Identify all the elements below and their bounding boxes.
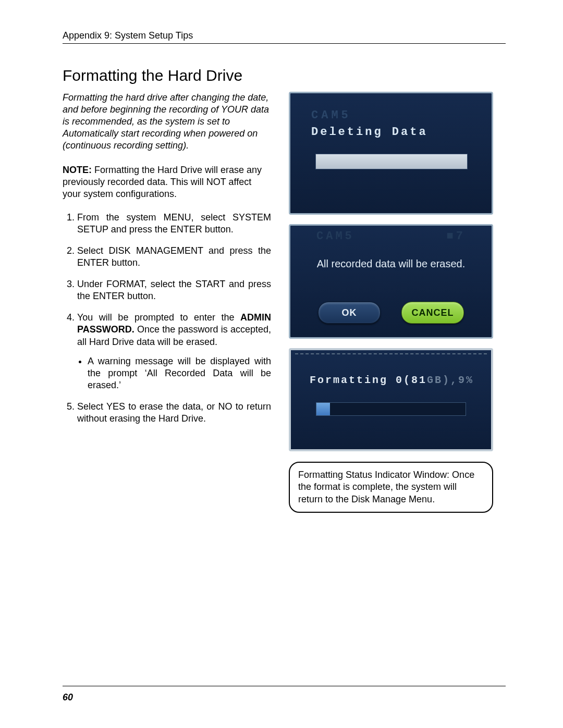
steps-list: From the system MENU, select SYSTEM SETU… — [63, 212, 271, 424]
step-2: Select DISK MANAGEMENT and press the ENT… — [77, 245, 271, 269]
screenshot-erase-confirm: CAM5 ■7 All recorded data will be erased… — [289, 224, 493, 339]
note-paragraph: NOTE: Formatting the Hard Drive will era… — [63, 164, 271, 200]
screenshot-formatting-progress: Formatting 0(81GB),9% — [289, 348, 493, 451]
note-prefix: NOTE: — [63, 165, 92, 175]
step-5: Select YES to erase the data, or NO to r… — [77, 401, 271, 425]
step-4-bullet-1: A warning message will be displayed with… — [88, 355, 271, 391]
deleting-data-label: Deleting Data — [311, 126, 428, 139]
page-header: Appendix 9: System Setup Tips — [63, 30, 506, 41]
page-number: 60 — [63, 692, 73, 703]
erase-warning-text: All recorded data will be erased. — [290, 258, 492, 270]
confirm-button-row: OK CANCEL — [290, 302, 492, 324]
cam-ghost-left: CAM5 — [316, 230, 354, 243]
section-title: Formatting the Hard Drive — [63, 67, 506, 84]
ok-button[interactable]: OK — [318, 302, 381, 324]
note-body: Formatting the Hard Drive will erase any… — [63, 165, 262, 199]
step-1: From the system MENU, select SYSTEM SETU… — [77, 212, 271, 236]
cam-ghost-right: ■7 — [447, 230, 466, 243]
formatting-label: Formatting 0(81GB),9% — [310, 374, 474, 386]
footer-rule — [63, 686, 506, 686]
step-4-bullets: A warning message will be displayed with… — [77, 355, 271, 391]
screenshot-column: CAM5 Deleting Data CAM5 ■7 All recorded … — [289, 92, 493, 513]
dotted-line-icon — [295, 353, 487, 356]
intro-paragraph: Formatting the hard drive after changing… — [63, 92, 271, 152]
cam-ghost-row: CAM5 ■7 — [290, 230, 492, 243]
formatting-label-faded: GB),9% — [427, 374, 474, 386]
cam-ghost-label: CAM5 — [311, 109, 351, 122]
step-3: Under FORMAT, select the START and press… — [77, 278, 271, 302]
deleting-progress-bar — [315, 154, 468, 169]
step-4: You will be prompted to enter the ADMIN … — [77, 312, 271, 391]
formatting-label-main: Formatting 0(81 — [310, 374, 427, 386]
text-column: Formatting the hard drive after changing… — [63, 92, 271, 513]
page: Appendix 9: System Setup Tips Formatting… — [0, 0, 563, 728]
screenshot-deleting-data: CAM5 Deleting Data — [289, 92, 493, 215]
header-rule — [63, 43, 506, 44]
step-4-part-a: You will be prompted to enter the — [77, 312, 240, 323]
cancel-button[interactable]: CANCEL — [401, 302, 464, 324]
callout-bubble: Formatting Status Indicator Window: Once… — [289, 462, 493, 513]
formatting-progress-bar — [316, 402, 466, 416]
formatting-progress-fill — [316, 403, 330, 415]
two-column-layout: Formatting the hard drive after changing… — [63, 92, 506, 513]
